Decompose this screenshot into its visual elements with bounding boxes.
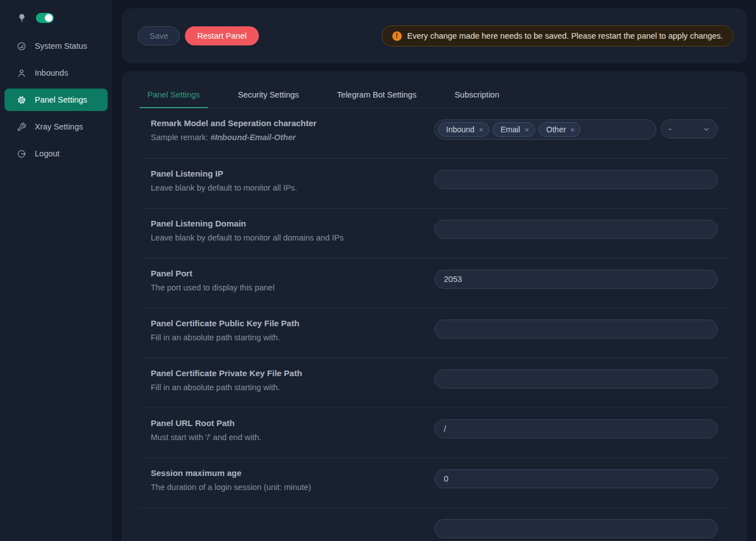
sample-remark-value: #Inbound-Email-Other [210,133,295,142]
form-row-panel-listening-ip: Panel Listening IP Leave blank by defaul… [140,158,729,208]
field-label: Remark Model and Seperation charachter [151,118,434,128]
tag-label: Email [500,125,520,134]
form-row-cert-public-key: Panel Certificate Public Key File Path F… [140,308,729,358]
panel-cert-private-key-input[interactable] [434,369,718,389]
main-content: Save Restart Panel ! Every change made h… [112,0,756,541]
panel-cert-public-key-input[interactable] [434,320,718,339]
gauge-icon [17,41,26,51]
tab-telegram-bot-settings[interactable]: Telegram Bot Settings [329,90,424,108]
form-row-remark-model: Remark Model and Seperation charachter S… [140,108,729,158]
field-description: The duration of a login session (unit: m… [151,483,434,492]
logout-icon [17,149,26,159]
separator-select[interactable]: - [661,119,718,138]
tab-panel-settings[interactable]: Panel Settings [140,90,208,108]
sidebar-item-label: System Status [35,41,87,50]
settings-form: Remark Model and Seperation charachter S… [140,108,729,541]
field-description: Leave blank by default to monitor all do… [151,233,434,242]
form-row-partial [140,507,729,541]
session-max-age-input[interactable] [434,469,718,488]
tab-bar: Panel Settings Security Settings Telegra… [140,90,729,108]
settings-card: Panel Settings Security Settings Telegra… [122,71,747,541]
sidebar-item-label: Panel Settings [35,95,87,104]
tag-label: Other [546,125,566,134]
sidebar-item-system-status[interactable]: System Status [4,35,108,57]
field-label: Panel URL Root Path [151,418,434,428]
theme-row [17,11,112,25]
wrench-icon [17,122,26,132]
form-row-cert-private-key: Panel Certificate Private Key File Path … [140,358,729,408]
tab-security-settings[interactable]: Security Settings [230,90,307,108]
field-label: Panel Listening IP [151,169,434,178]
restart-panel-button[interactable]: Restart Panel [185,26,259,45]
panel-port-input[interactable] [434,270,718,289]
tag-inbound: Inbound × [438,122,489,137]
form-row-panel-port: Panel Port The port used to display this… [140,258,729,308]
user-icon [17,68,26,78]
form-row-url-root-path: Panel URL Root Path Must start with '/' … [140,408,729,457]
field-label: Panel Port [151,269,434,278]
tab-subscription[interactable]: Subscription [447,90,507,108]
sidebar-nav: System Status Inbounds Panel Settings [0,35,112,165]
sidebar-item-inbounds[interactable]: Inbounds [4,62,108,84]
sidebar-item-label: Xray Settings [35,122,83,131]
tag-close-icon[interactable]: × [525,126,529,133]
sidebar-item-label: Inbounds [35,68,68,77]
panel-listening-domain-input[interactable] [434,220,718,239]
field-label: Panel Certificate Private Key File Path [151,368,434,378]
tag-close-icon[interactable]: × [571,126,575,133]
warning-icon: ! [392,31,402,41]
sidebar: System Status Inbounds Panel Settings [0,0,112,541]
field-description: Fill in an absolute path starting with. [151,333,434,342]
field-description: Sample remark: #Inbound-Email-Other [151,133,434,142]
panel-url-root-path-input[interactable] [434,419,718,438]
panel-listening-ip-input[interactable] [434,170,718,189]
field-description: Leave blank by default to monitor all IP… [151,183,434,192]
tag-close-icon[interactable]: × [479,126,484,133]
remark-model-tags-input[interactable]: Inbound × Email × Other × [434,119,656,140]
field-label: Session maximum age [151,468,434,478]
save-button[interactable]: Save [138,26,180,45]
form-row-session-max-age: Session maximum age The duration of a lo… [140,457,729,507]
toggle-knob [45,14,53,22]
sample-remark-prefix: Sample remark: [151,133,210,142]
next-setting-input[interactable] [434,519,718,538]
tag-email: Email × [493,122,535,137]
lightbulb-icon [17,12,27,24]
dark-mode-toggle[interactable] [36,13,54,23]
field-label: Panel Listening Domain [151,219,434,228]
chevron-down-icon [703,126,710,133]
toolbar-card: Save Restart Panel ! Every change made h… [122,8,747,63]
sidebar-item-label: Logout [35,149,59,158]
field-label: Panel Certificate Public Key File Path [151,318,434,328]
field-description: The port used to display this panel [151,283,434,292]
sidebar-item-panel-settings[interactable]: Panel Settings [4,89,108,111]
warning-alert: ! Every change made here needs to be sav… [382,25,734,47]
sidebar-item-logout[interactable]: Logout [4,142,108,165]
warning-text: Every change made here needs to be saved… [407,31,723,40]
gear-icon [17,95,26,105]
field-description: Fill in an absolute path starting with. [151,383,434,392]
tag-other: Other × [539,122,581,137]
sidebar-item-xray-settings[interactable]: Xray Settings [4,115,108,138]
form-row-panel-listening-domain: Panel Listening Domain Leave blank by de… [140,208,729,258]
select-value: - [669,124,671,133]
field-description: Must start with '/' and end with. [151,433,434,442]
tag-label: Inbound [446,125,475,134]
